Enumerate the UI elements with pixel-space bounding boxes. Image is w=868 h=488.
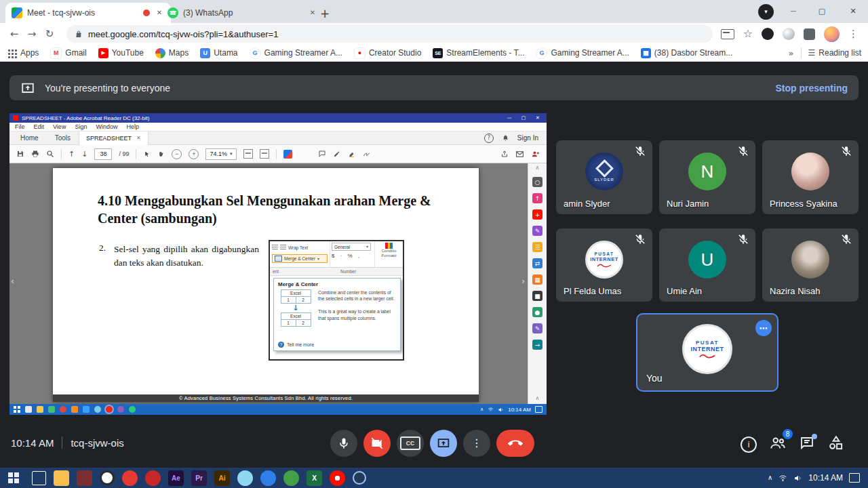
bookmark-creator-studio[interactable]: ●Creator Studio — [354, 47, 421, 59]
page-number-input: 38 — [94, 148, 112, 160]
tooltip-body: Excel 12 Excel 12 Combine and ce — [274, 289, 400, 328]
participant-tile-nuri[interactable]: N Nuri Jamin — [659, 140, 755, 214]
tool-create-pdf-icon: + — [532, 209, 542, 220]
forward-button[interactable] — [23, 25, 41, 43]
volume-icon[interactable] — [793, 474, 802, 483]
browser-menu-icon[interactable] — [848, 29, 859, 39]
shared-start-icon — [14, 406, 20, 413]
taskbar-clock[interactable]: 10:14 AM — [808, 473, 843, 483]
shared-system-tray: ∧ 10:14 AM — [480, 406, 542, 413]
tray-expand-icon[interactable] — [768, 474, 772, 481]
back-button[interactable] — [5, 25, 23, 43]
captions-button[interactable]: CC — [397, 430, 424, 457]
premiere-icon[interactable]: Pr — [191, 470, 207, 486]
reading-list-button[interactable]: Reading list — [808, 48, 861, 58]
extension-icon[interactable] — [762, 28, 774, 40]
window-maximize-button[interactable] — [810, 0, 834, 22]
profile-avatar[interactable] — [824, 26, 840, 42]
activities-button[interactable] — [827, 434, 845, 455]
tool-fill-sign-icon: ✎ — [532, 323, 542, 333]
acrobat-taskbar-icon[interactable] — [330, 470, 345, 486]
bookmark-youtube[interactable]: ▶YouTube — [98, 48, 144, 58]
taskbar-app-icon[interactable] — [237, 470, 253, 486]
after-merge-grid: Excel 12 — [281, 312, 311, 327]
stop-presenting-button[interactable]: Stop presenting — [775, 83, 848, 94]
participant-tile-amin[interactable]: SLYDER amin Slyder — [556, 140, 652, 214]
reload-button[interactable] — [41, 25, 58, 43]
bookmark-streamelements[interactable]: SEStreamElements - T... — [433, 48, 524, 58]
tile-options-button[interactable] — [755, 320, 772, 336]
previous-page-arrow-icon — [11, 277, 14, 285]
participant-tile-felda[interactable]: PUSAT INTERNET Pl Felda Umas — [556, 228, 652, 302]
hang-up-icon — [508, 436, 523, 451]
after-effects-icon[interactable]: Ae — [168, 470, 184, 486]
taskbar-app-icon[interactable] — [260, 470, 276, 486]
tray-network-icon — [488, 407, 494, 413]
tab-meet[interactable]: Meet - tcq-sjvw-ois — [5, 3, 171, 23]
participant-tile-umie[interactable]: U Umie Ain — [659, 228, 755, 302]
participant-tile-princess[interactable]: Princess Syakina — [762, 140, 859, 214]
present-button-active[interactable] — [430, 430, 457, 457]
bookmark-gaming-streamer[interactable]: GGaming Streamer A... — [250, 47, 342, 59]
window-close-button[interactable] — [841, 0, 865, 22]
address-bar[interactable]: meet.google.com/tcq-sjvw-ois?pli=1&authu… — [66, 25, 713, 43]
extensions-puzzle-icon[interactable] — [804, 28, 815, 40]
window-minimize-button[interactable] — [781, 0, 806, 22]
camera-off-button[interactable] — [363, 430, 391, 457]
globe-app-icon[interactable] — [353, 471, 366, 485]
windows-taskbar: Ae Pr Ai X 10:14 AM — [0, 468, 868, 488]
self-view-tile[interactable]: PUSAT INTERNET You — [636, 313, 778, 392]
task-view-button[interactable] — [32, 471, 46, 485]
taskbar-app-icon[interactable] — [122, 470, 138, 486]
taskbar-app-icon[interactable] — [77, 470, 92, 486]
acrobat-minimize-icon: — — [504, 116, 515, 121]
media-controls-button[interactable] — [758, 4, 774, 20]
extension-icon[interactable] — [783, 28, 795, 40]
select-tool-icon — [143, 150, 151, 158]
obs-icon[interactable] — [100, 470, 115, 485]
excel-icon[interactable]: X — [307, 470, 322, 486]
avatar-initial: N — [688, 152, 726, 190]
new-tab-button[interactable] — [316, 5, 334, 22]
people-button[interactable]: 8 — [769, 434, 787, 455]
file-explorer-icon[interactable] — [54, 470, 69, 486]
participant-tile-nazira[interactable]: Nazira Nisah — [762, 228, 859, 302]
tab-whatsapp[interactable]: ☎ (3) WhatsApp — [161, 3, 324, 23]
meeting-details-button[interactable]: i — [741, 436, 757, 453]
avatar-photo — [791, 241, 829, 279]
bookmarks-right: Reading list — [789, 47, 861, 58]
highlighter-icon — [348, 150, 356, 158]
microphone-button[interactable] — [330, 430, 357, 457]
illustrator-icon[interactable]: Ai — [214, 470, 230, 486]
avatar-photo — [791, 152, 829, 190]
start-button[interactable] — [8, 472, 19, 483]
excel-screenshot: Wrap Text Merge & Center ▾ General — [269, 240, 404, 361]
payment-card-icon[interactable] — [721, 29, 734, 39]
action-center-icon[interactable] — [849, 473, 860, 483]
bookmark-star-icon[interactable] — [743, 28, 753, 39]
excel-alignment-group: Wrap Text Merge & Center ▾ — [270, 241, 330, 267]
bookmarks-overflow-icon[interactable] — [789, 49, 794, 58]
mic-off-icon — [737, 233, 749, 245]
toolbar-right-icons — [721, 26, 863, 42]
menu-file: File — [15, 123, 25, 130]
more-options-button[interactable]: ⋮ — [463, 430, 490, 457]
bookmark-apps[interactable]: Apps — [7, 48, 39, 58]
chat-button[interactable] — [799, 435, 815, 454]
zoom-in-icon: + — [189, 149, 199, 159]
leave-call-button[interactable] — [496, 430, 534, 457]
taskbar-app-icon[interactable] — [283, 470, 299, 486]
system-tray: 10:14 AM — [768, 473, 865, 483]
bookmark-maps[interactable]: Maps — [155, 48, 189, 58]
network-icon[interactable] — [778, 474, 787, 483]
acrobat-tabrow-right: Sign In — [484, 134, 544, 143]
bookmark-gmail[interactable]: MGmail — [50, 47, 86, 59]
bookmark-dasbor-stream[interactable]: ▦(38) Dasbor Stream... — [641, 48, 732, 58]
bookmark-utama[interactable]: UUtama — [200, 48, 237, 58]
taskbar-app-icon[interactable] — [145, 470, 161, 486]
tell-me-more: ? Tell me more — [278, 342, 314, 348]
mic-icon — [337, 436, 351, 450]
bookmark-gaming-streamer-2[interactable]: GGaming Streamer A... — [536, 47, 629, 59]
activities-icon — [827, 434, 845, 452]
tooltip-grids: Excel 12 Excel 12 — [277, 289, 314, 328]
